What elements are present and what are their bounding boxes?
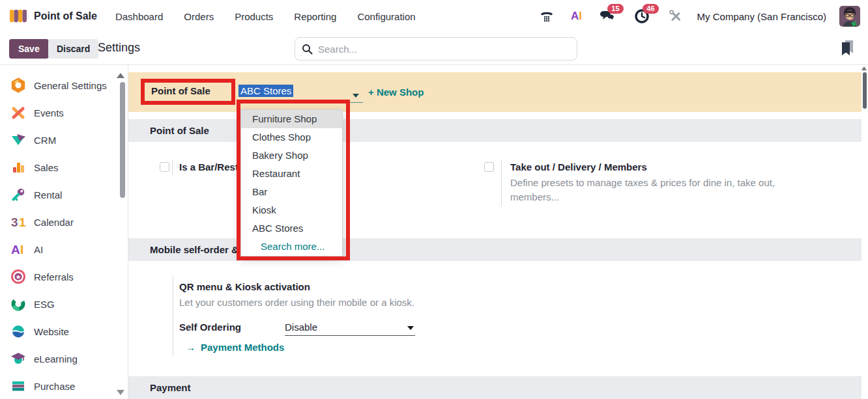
sidebar-item-website[interactable]: Website [0,318,128,345]
search-box[interactable] [295,37,577,61]
sidebar-item-label: eLearning [34,353,78,365]
section-header-payment: Payment [128,376,861,399]
sidebar-item-label: Referrals [34,271,74,282]
rental-key-icon [10,187,26,202]
referrals-icon: ★ [10,269,26,284]
menu-configuration[interactable]: Configuration [357,11,415,22]
messages-icon[interactable]: 15 [598,8,615,25]
dropdown-item-restaurant[interactable]: Restaurant [241,165,342,183]
sidebar-item-ai[interactable]: A I AI [0,236,128,263]
qr-menu-label: QR menu & Kiosk activation [179,281,310,292]
takeout-delivery-label: Take out / Delivery / Members [510,161,647,172]
dropdown-item-clothes-shop[interactable]: Clothes Shop [241,128,342,146]
events-icon [10,105,26,120]
arrow-right-icon: → [186,342,195,353]
section-title: Payment [150,382,191,393]
bookmark-icon[interactable] [841,40,854,59]
divider [173,277,173,356]
sidebar-item-label: CRM [34,135,56,146]
sidebar-item-sales[interactable]: Sales [0,154,128,181]
purchase-icon [10,378,26,394]
dropdown-item-kiosk[interactable]: Kiosk [241,201,342,219]
content-scroll-up-icon[interactable] [861,66,867,70]
settings-sidebar: General Settings Events CRM Sales [0,65,128,399]
main-menu: Dashboard Orders Products Reporting Conf… [115,11,416,22]
section-title: Mobile self-order & [150,244,239,255]
sidebar-item-label: Purchase [34,381,75,392]
svg-text:A: A [11,243,20,256]
shop-row-label: Point of Sale [151,85,210,96]
sidebar-item-crm[interactable]: CRM [0,126,128,154]
new-shop-link[interactable]: + New Shop [368,87,424,98]
sidebar-item-elearning[interactable]: eLearning [0,345,128,372]
search-input[interactable] [318,44,570,55]
sidebar-item-esg[interactable]: ESG [0,290,128,318]
svg-text:3: 3 [11,215,18,229]
crm-icon [10,132,26,148]
sidebar-item-calendar[interactable]: 3 1 Calendar [0,208,128,236]
shop-field-value[interactable]: ABC Stores [239,85,293,97]
svg-text:I: I [20,243,23,256]
sidebar-item-label: Events [34,107,64,118]
avatar[interactable] [839,6,860,27]
menu-dashboard[interactable]: Dashboard [115,11,163,22]
dropdown-item-abc-stores[interactable]: ABC Stores [241,219,342,238]
sidebar-item-label: General Settings [34,80,107,91]
divider [501,159,502,206]
bar-restaurant-label: Is a Bar/Rest [179,161,239,172]
discard-button[interactable]: Discard [48,39,98,59]
company-switcher[interactable]: My Company (San Francisco) [697,11,826,22]
shop-dropdown-menu: Furniture Shop Clothes Shop Bakery Shop … [240,109,343,256]
sidebar-item-label: Rental [34,189,62,200]
pos-awning-logo-icon [9,8,27,24]
dropdown-item-bakery-shop[interactable]: Bakery Shop [241,146,342,165]
website-icon [10,323,26,339]
svg-text:1: 1 [19,215,26,229]
menu-reporting[interactable]: Reporting [294,11,336,22]
messages-badge: 15 [607,4,623,14]
save-button[interactable]: Save [9,39,49,59]
tools-icon[interactable] [667,8,684,25]
sidebar-item-label: Sales [34,162,59,173]
bar-restaurant-checkbox[interactable] [160,162,169,172]
shop-field-caret-down-icon[interactable] [353,94,359,98]
sidebar-item-referrals[interactable]: ★ Referrals [0,263,128,290]
content-scrollbar-thumb[interactable] [863,72,867,109]
sidebar-item-rental[interactable]: Rental [0,181,128,208]
sales-icon [10,159,26,175]
breadcrumb-bar: Save Discard Settings [0,33,868,65]
activities-clock-icon[interactable]: 46 [633,8,650,25]
ai-icon[interactable]: AI [568,8,585,25]
ai-app-icon: A I [10,241,26,257]
sidebar-item-events[interactable]: Events [0,99,128,126]
dropdown-item-furniture-shop[interactable]: Furniture Shop [241,110,342,128]
app-name: Point of Sale [34,10,97,22]
sidebar-item-label: AI [34,244,43,255]
menu-orders[interactable]: Orders [184,11,214,22]
divider [172,159,173,175]
sidebar-item-label: Website [34,326,69,337]
phone-icon[interactable] [538,8,555,25]
self-ordering-select[interactable]: Disable [285,322,317,333]
gear-icon [10,77,26,93]
dropdown-search-more[interactable]: Search more... [241,238,342,256]
takeout-delivery-checkbox[interactable] [484,162,494,172]
sidebar-item-label: Calendar [34,217,74,228]
sidebar-scrollbar-thumb[interactable] [120,82,125,198]
sidebar-scroll-up-icon[interactable] [117,73,124,78]
payment-methods-link[interactable]: →Payment Methods [186,342,284,353]
esg-icon [10,296,26,312]
qr-menu-description: Let your customers order using their mob… [179,296,453,310]
dropdown-item-bar[interactable]: Bar [241,183,342,201]
sidebar-item-purchase[interactable]: Purchase [0,372,128,399]
shop-field-underline [238,102,363,103]
self-ordering-caret-down-icon[interactable] [407,326,414,330]
pos-settings-window: Point of Sale Dashboard Orders Products … [0,0,868,399]
content-scrollbar-track[interactable] [861,65,868,399]
menu-products[interactable]: Products [235,11,273,22]
section-title: Point of Sale [150,125,209,136]
sidebar-scroll-down-icon[interactable] [117,390,124,395]
section-header-point-of-sale: Point of Sale [128,119,861,142]
search-icon [302,44,313,55]
sidebar-item-general-settings[interactable]: General Settings [0,72,128,99]
